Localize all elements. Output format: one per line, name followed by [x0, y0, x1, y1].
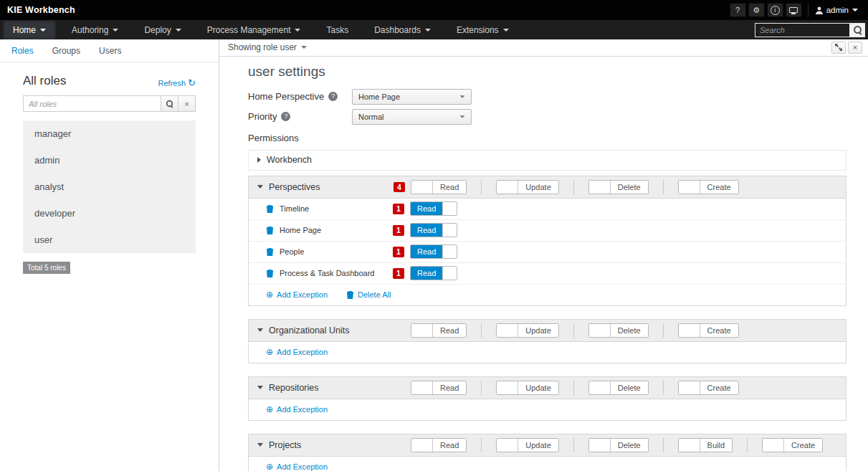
- delete-exception-button[interactable]: [266, 226, 274, 234]
- delete-exception-button[interactable]: [266, 269, 274, 277]
- update-toggle[interactable]: Update: [496, 180, 558, 194]
- create-toggle[interactable]: Create: [678, 381, 739, 395]
- read-toggle[interactable]: Read: [411, 323, 467, 338]
- delete-exception-button[interactable]: [266, 247, 274, 256]
- section-actions: ⊕ Add Exception Delete All: [249, 285, 846, 305]
- delete-toggle[interactable]: Delete: [588, 381, 649, 395]
- help-icon[interactable]: ?: [328, 92, 338, 101]
- priority-row: Priority ? Normal: [248, 108, 846, 125]
- add-exception-link[interactable]: ⊕ Add Exception: [266, 290, 328, 299]
- refresh-link[interactable]: Refresh ↻: [158, 77, 196, 88]
- chevron-down-icon: [301, 46, 307, 49]
- list-item-role[interactable]: analyst: [23, 173, 196, 200]
- chevron-down-icon: [503, 29, 509, 32]
- section-actions: ⊕ Add Exception: [249, 399, 846, 420]
- section-toggle[interactable]: Repositories: [257, 383, 394, 393]
- nav-item-authoring[interactable]: Authoring: [62, 20, 128, 39]
- chevron-down-icon: [257, 386, 263, 389]
- display-icon[interactable]: [786, 3, 802, 17]
- list-item-role[interactable]: manager: [23, 120, 196, 147]
- home-perspective-select[interactable]: Home Page: [352, 89, 472, 105]
- tab-users[interactable]: Users: [99, 46, 121, 56]
- priority-select[interactable]: Normal: [352, 109, 472, 125]
- delete-toggle[interactable]: Delete: [588, 323, 649, 338]
- panel-title-dropdown[interactable]: Showing role user: [228, 42, 307, 52]
- read-toggle[interactable]: Read: [411, 381, 467, 395]
- section-repositories: Repositories Read Update Delete Create ⊕…: [248, 376, 846, 421]
- toggle-knob: [411, 324, 433, 337]
- nav-item-deploy[interactable]: Deploy: [134, 20, 191, 39]
- divider: [573, 381, 574, 395]
- plus-circle-icon: ⊕: [266, 462, 273, 471]
- list-item-role[interactable]: admin: [23, 147, 196, 173]
- create-toggle[interactable]: Create: [678, 323, 739, 338]
- settings-content: user settings Home Perspective ? Home Pa…: [219, 57, 868, 471]
- roles-list: manager admin analyst developer user: [23, 120, 196, 253]
- add-exception-link[interactable]: ⊕ Add Exception: [266, 462, 328, 471]
- list-item-role[interactable]: developer: [23, 200, 196, 227]
- section-workbench[interactable]: Workbench: [248, 150, 846, 171]
- read-toggle-on[interactable]: Read: [410, 244, 457, 259]
- divider: [481, 438, 482, 452]
- toggle-knob: [679, 181, 700, 194]
- nav-label: Tasks: [326, 25, 348, 35]
- help-icon[interactable]: ?: [281, 112, 290, 121]
- nav-item-home[interactable]: Home: [3, 20, 56, 39]
- read-toggle[interactable]: Read: [411, 438, 467, 452]
- nav-item-extensions[interactable]: Extensions: [447, 20, 519, 39]
- exception-row: Timeline 1 Read: [249, 199, 846, 220]
- delete-toggle[interactable]: Delete: [588, 438, 649, 452]
- toggle-knob: [497, 381, 518, 394]
- read-toggle-on[interactable]: Read: [410, 201, 457, 216]
- list-item-role[interactable]: user: [23, 227, 196, 253]
- nav-search-button[interactable]: [849, 23, 865, 37]
- panel-title: Showing role user: [228, 42, 297, 52]
- refresh-label: Refresh: [158, 79, 186, 87]
- add-exception-link[interactable]: ⊕ Add Exception: [266, 348, 328, 356]
- chevron-down-icon: [460, 95, 465, 97]
- create-toggle[interactable]: Create: [678, 180, 739, 194]
- roles-search-input[interactable]: [23, 95, 161, 112]
- roles-clear-button[interactable]: ×: [178, 95, 196, 112]
- tab-roles[interactable]: Roles: [11, 46, 34, 56]
- gear-icon[interactable]: ⚙: [748, 3, 765, 17]
- section-toggle[interactable]: Organizational Units: [257, 325, 394, 336]
- update-toggle[interactable]: Update: [496, 381, 558, 395]
- expand-panel-button[interactable]: [831, 42, 846, 54]
- add-exception-link[interactable]: ⊕ Add Exception: [266, 405, 328, 414]
- read-toggle-on[interactable]: Read: [410, 266, 457, 280]
- help-icon[interactable]: ?: [730, 3, 746, 17]
- tab-groups[interactable]: Groups: [52, 46, 80, 56]
- update-toggle[interactable]: Update: [496, 323, 558, 338]
- read-toggle-on[interactable]: Read: [410, 223, 457, 237]
- section-toggle[interactable]: Perspectives: [257, 182, 394, 192]
- update-toggle[interactable]: Update: [496, 438, 558, 452]
- nav-search-input[interactable]: [755, 23, 849, 37]
- read-toggle[interactable]: Read: [411, 180, 467, 194]
- close-panel-button[interactable]: ×: [848, 42, 862, 54]
- home-perspective-row: Home Perspective ? Home Page: [248, 88, 846, 105]
- nav-label: Process Management: [207, 25, 291, 35]
- nav-label: Extensions: [457, 25, 499, 35]
- info-icon[interactable]: i: [767, 3, 783, 17]
- divider: [573, 438, 574, 452]
- titlebar-actions: ? ⚙ i admin: [730, 3, 864, 17]
- chevron-down-icon: [257, 185, 263, 189]
- roles-search-button[interactable]: [161, 95, 178, 112]
- total-roles-badge: Total 5 roles: [23, 262, 70, 274]
- chevron-down-icon: [113, 29, 118, 32]
- delete-toggle[interactable]: Delete: [588, 180, 649, 194]
- delete-exception-button[interactable]: [266, 204, 274, 213]
- nav-item-tasks[interactable]: Tasks: [316, 20, 358, 39]
- sidebar-tabs: Roles Groups Users: [0, 39, 219, 62]
- section-toggle[interactable]: Projects: [257, 440, 394, 450]
- create-toggle[interactable]: Create: [762, 438, 823, 452]
- nav-item-dashboards[interactable]: Dashboards: [364, 20, 441, 39]
- selected-value: Normal: [358, 113, 383, 121]
- delete-all-link[interactable]: Delete All: [346, 290, 391, 299]
- build-toggle[interactable]: Build: [678, 438, 733, 452]
- panel-actions: ×: [831, 42, 862, 54]
- chevron-down-icon: [257, 443, 263, 447]
- nav-item-process-management[interactable]: Process Management: [197, 20, 311, 39]
- user-menu[interactable]: admin: [808, 3, 864, 17]
